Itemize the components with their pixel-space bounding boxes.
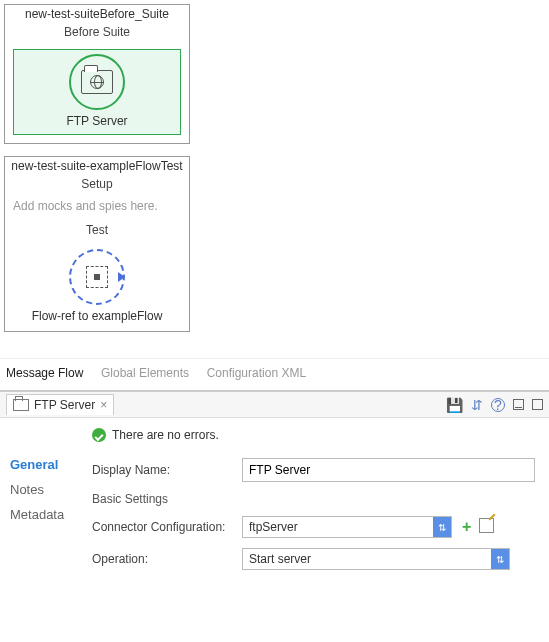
properties-content: There are no errors. Display Name: Basic… xyxy=(88,418,549,598)
basic-settings-label: Basic Settings xyxy=(92,492,535,506)
side-tab-general[interactable]: General xyxy=(10,452,88,477)
display-name-input[interactable] xyxy=(242,458,535,482)
tab-configuration-xml[interactable]: Configuration XML xyxy=(207,366,306,380)
editor-view-tabs: Message Flow Global Elements Configurati… xyxy=(0,358,549,390)
chevron-updown-icon xyxy=(433,517,451,537)
status-row: There are no errors. xyxy=(92,428,535,442)
flow-subtitle-test: Test xyxy=(5,221,189,243)
connector-config-select[interactable]: ftpServer xyxy=(242,516,452,538)
select-value: ftpServer xyxy=(243,517,433,537)
panel-tab-label: FTP Server xyxy=(34,398,95,412)
folder-icon xyxy=(13,399,29,411)
flow-title: new-test-suiteBefore_Suite xyxy=(5,5,189,23)
maximize-icon[interactable] xyxy=(532,399,543,410)
ftp-folder-icon xyxy=(69,54,125,110)
flow-ref-node[interactable]: Flow-ref to exampleFlow xyxy=(5,243,189,331)
properties-side-tabs: General Notes Metadata xyxy=(0,418,88,598)
status-text: There are no errors. xyxy=(112,428,219,442)
operation-label: Operation: xyxy=(92,552,242,566)
node-label: Flow-ref to exampleFlow xyxy=(32,309,163,323)
edit-config-button[interactable] xyxy=(479,518,494,533)
side-tab-metadata[interactable]: Metadata xyxy=(10,502,88,527)
node-label: FTP Server xyxy=(66,114,127,128)
select-value: Start server xyxy=(243,549,491,569)
display-name-label: Display Name: xyxy=(92,463,242,477)
flow-before-suite[interactable]: new-test-suiteBefore_Suite Before Suite … xyxy=(4,4,190,144)
flow-title: new-test-suite-exampleFlowTest xyxy=(5,157,189,175)
save-icon[interactable]: 💾 xyxy=(446,397,463,413)
minimize-icon[interactable] xyxy=(513,399,524,410)
flow-example-test[interactable]: new-test-suite-exampleFlowTest Setup Add… xyxy=(4,156,190,332)
chevron-updown-icon xyxy=(491,549,509,569)
flow-canvas: new-test-suiteBefore_Suite Before Suite … xyxy=(0,0,549,358)
flow-subtitle-setup: Setup xyxy=(5,175,189,197)
panel-header: FTP Server × 💾 ⇵ ? xyxy=(0,392,549,418)
tab-global-elements[interactable]: Global Elements xyxy=(101,366,189,380)
side-tab-notes[interactable]: Notes xyxy=(10,477,88,502)
close-icon[interactable]: × xyxy=(100,398,107,412)
panel-tab-ftp-server[interactable]: FTP Server × xyxy=(6,394,114,415)
flow-subtitle: Before Suite xyxy=(5,23,189,45)
ftp-server-node[interactable]: FTP Server xyxy=(13,49,181,135)
flow-ref-icon xyxy=(69,249,125,305)
properties-panel: FTP Server × 💾 ⇵ ? General Notes Metadat… xyxy=(0,390,549,598)
operation-select[interactable]: Start server xyxy=(242,548,510,570)
tab-message-flow[interactable]: Message Flow xyxy=(6,366,83,380)
mocks-hint: Add mocks and spies here. xyxy=(5,197,189,221)
connector-config-label: Connector Configuration: xyxy=(92,520,242,534)
ok-icon xyxy=(92,428,106,442)
help-icon[interactable]: ? xyxy=(491,398,505,412)
panel-toolbar: 💾 ⇵ ? xyxy=(446,397,543,413)
add-config-button[interactable]: + xyxy=(462,518,471,536)
tree-icon[interactable]: ⇵ xyxy=(471,397,483,413)
